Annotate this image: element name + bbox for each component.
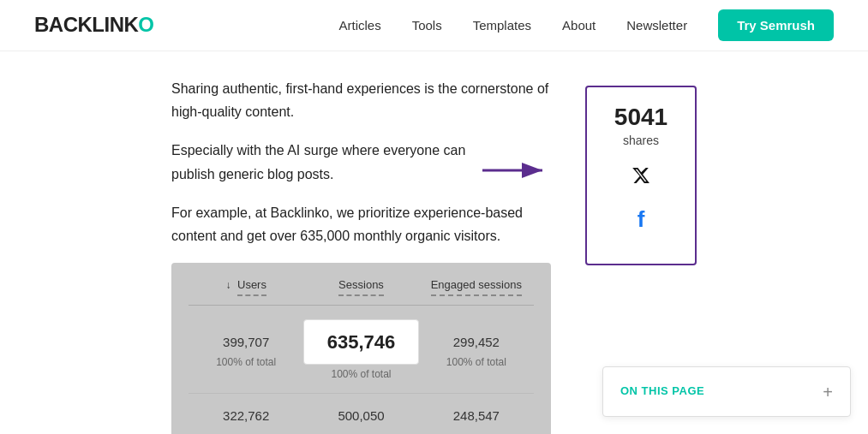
cell-engaged-2: 248,547	[419, 406, 534, 426]
col-header-sessions: Sessions	[303, 276, 418, 296]
paragraph-1: Sharing authentic, first-hand experience…	[171, 77, 551, 123]
on-this-page-label: ON THIS PAGE	[620, 383, 704, 401]
facebook-icon: f	[638, 206, 645, 232]
right-arrow-icon	[482, 160, 551, 181]
col-header-users: ↓ Users	[189, 276, 303, 296]
nav-newsletter[interactable]: Newsletter	[626, 15, 687, 36]
article-content: Sharing authentic, first-hand experience…	[171, 77, 551, 434]
facebook-share-button[interactable]: f	[608, 202, 674, 238]
sort-icon: ↓	[225, 279, 230, 291]
cell-users-1: 399,707 100% of total	[189, 332, 303, 371]
arrow-paragraph: Especially with the AI surge where every…	[171, 139, 551, 200]
analytics-table: ↓ Users Sessions Engaged sessions 399,70…	[171, 263, 551, 434]
col-header-engaged: Engaged sessions	[419, 276, 534, 296]
cell-engaged-1: 299,452 100% of total	[419, 332, 534, 371]
nav-articles[interactable]: Articles	[338, 15, 380, 36]
try-semrush-button[interactable]: Try Semrush	[718, 9, 834, 41]
x-icon	[632, 168, 650, 189]
table-row-1: 399,707 100% of total 635,746 100% of to…	[189, 306, 534, 386]
logo[interactable]: BACKLINKO	[34, 9, 154, 41]
logo-o: O	[138, 13, 153, 36]
expand-icon[interactable]: +	[823, 383, 833, 401]
share-widget: 5041 shares f	[585, 86, 697, 265]
cell-users-2: 322,762	[189, 406, 303, 426]
on-this-page-widget[interactable]: ON THIS PAGE +	[602, 366, 851, 417]
cell-sessions-2: 500,050	[303, 406, 418, 426]
cell-sessions-1: 635,746 100% of total	[303, 319, 418, 383]
nav-tools[interactable]: Tools	[412, 15, 442, 36]
share-label: shares	[608, 131, 674, 150]
main-nav: Articles Tools Templates About Newslette…	[338, 9, 834, 41]
nav-about[interactable]: About	[562, 15, 596, 36]
header: BACKLINKO Articles Tools Templates About…	[0, 0, 868, 51]
logo-text: BACKLINK	[34, 13, 138, 36]
x-share-button[interactable]	[608, 163, 674, 193]
paragraph-2: Especially with the AI surge where every…	[171, 139, 469, 185]
nav-templates[interactable]: Templates	[473, 15, 531, 36]
table-row-2: 322,762 500,050 248,547	[189, 393, 534, 431]
table-header: ↓ Users Sessions Engaged sessions	[189, 276, 534, 306]
paragraph-3: For example, at Backlinko, we prioritize…	[171, 201, 551, 247]
share-count: 5041	[608, 104, 674, 131]
